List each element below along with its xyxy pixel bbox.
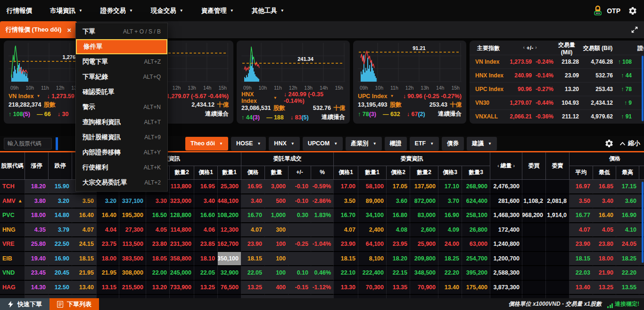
- table-row[interactable]: HNG4.353.794.074.0427,3004.05114,8004.06…: [0, 223, 644, 238]
- top-menu-item-other-tools[interactable]: 其他工具▼: [252, 7, 284, 15]
- menu-item-2[interactable]: 條件單: [76, 39, 167, 54]
- table-cell: 3.50: [570, 194, 593, 209]
- index-name[interactable]: VN Index▼: [8, 93, 40, 100]
- index-change: ↓ 1,273.59: [47, 93, 74, 100]
- table-cell: 108,200: [218, 209, 241, 223]
- board-settings-gear-icon[interactable]: [604, 139, 614, 148]
- table-cell: 113,500: [119, 237, 146, 252]
- menu-item-6[interactable]: 警示ALT+N: [76, 100, 167, 115]
- table-cell: 83,000: [410, 209, 438, 223]
- index-name[interactable]: UPC Index▼: [358, 93, 394, 100]
- col-header-total-sell: 委賣: [546, 152, 570, 180]
- collapse-label: 縮小: [628, 139, 640, 148]
- table-cell: 114,800: [170, 223, 194, 238]
- menu-item-3[interactable]: 閃電下單ALT+Z: [76, 54, 167, 69]
- indices-cell: -0.14%: [534, 72, 553, 79]
- table-cell: 395,200: [462, 266, 490, 281]
- top-menu-item-securities-trading[interactable]: 證券交易▼: [100, 7, 133, 15]
- settings-gear-icon[interactable]: [628, 6, 637, 16]
- advancers-ceiling: (3): [369, 111, 376, 117]
- chevron-down-icon: ▼: [373, 142, 377, 146]
- table-cell: [490, 295, 522, 298]
- menu-item-10[interactable]: 行使權利ALT+K: [76, 160, 167, 175]
- market-tab-ETF[interactable]: ETF▼: [410, 137, 439, 151]
- table-cell: 58,100: [358, 180, 387, 194]
- table-cell: 4.04: [97, 223, 119, 238]
- indices-cell: HNX Index: [470, 72, 507, 79]
- indices-row[interactable]: VN Index1,273.59-0.24%218.284,746.28↑ 10…: [470, 55, 644, 68]
- bottom-bar: 快速下單 下單列表 價格單位 x1000VND - 交易量 x1股數 連接穩定!: [0, 298, 644, 310]
- market-tab-UPCOM[interactable]: UPCOM▼: [303, 137, 343, 151]
- indices-cell: 90.96: [507, 86, 534, 92]
- index-sparkline: 241.34: [240, 43, 346, 84]
- menu-item-5[interactable]: 確認委託單: [76, 84, 167, 100]
- table-row[interactable]: VRE25.8022.5024.1523.75113,50023.80231,3…: [0, 237, 644, 252]
- table-cell: 18.00: [593, 252, 616, 267]
- table-cell: 13.40: [570, 281, 593, 295]
- expand-icon[interactable]: [631, 26, 638, 34]
- table-cell: 348,500: [410, 266, 438, 281]
- order-list-button[interactable]: 下單列表: [50, 298, 99, 310]
- menu-item-4[interactable]: 下單紀錄ALT+Q: [76, 69, 167, 84]
- table-cell: 18.00: [97, 252, 119, 267]
- table-cell: 25,300: [218, 180, 241, 194]
- col-header-total-buy: 委買: [522, 152, 546, 180]
- top-nav: 行情報價市場資訊▼證券交易▼現金交易▼資產管理▼其他工具▼: [7, 7, 284, 15]
- table-cell: 89,000: [358, 194, 387, 209]
- table-cell: 4.07: [241, 223, 265, 238]
- table-row[interactable]: PVC18.0014.8016.4016.40195,30016.50128,8…: [0, 209, 644, 223]
- menu-item-8[interactable]: 預計股權資訊ALT+9: [76, 130, 167, 145]
- table-row[interactable]: EIB19.4016.9018.1518.00383,50018.05358,8…: [0, 252, 644, 267]
- close-icon[interactable]: ×: [67, 26, 71, 34]
- table-cell: 22.10: [334, 266, 358, 281]
- market-tab-HOSE[interactable]: HOSE▼: [231, 137, 266, 151]
- top-menu-item-cash-trading[interactable]: 現金交易▼: [151, 7, 183, 15]
- quick-order-button[interactable]: 快速下單: [0, 298, 50, 310]
- group-header-matched: 委託單成交: [241, 152, 334, 166]
- indices-row[interactable]: VNXALL2,066.21-0.36%211.124,979.62↑ 91: [470, 109, 644, 123]
- table-cell: -0.15: [289, 281, 311, 295]
- top-menu-item-market-quotes[interactable]: 行情報價: [7, 7, 32, 15]
- indices-row[interactable]: HNX Index240.99-0.14%23.09532.76↑ 44: [470, 68, 644, 82]
- market-tab-HNX[interactable]: HNX▼: [269, 137, 299, 151]
- indices-row[interactable]: UPC Index90.96-0.27%13.20253.43↑ 78: [470, 82, 644, 96]
- table-scrollbar[interactable]: [642, 182, 644, 263]
- indices-header-cell[interactable]: ‹+/-›: [507, 45, 553, 51]
- menu-item-7[interactable]: 查詢權利資訊ALT+T: [76, 115, 167, 130]
- market-tab-權證[interactable]: 權證: [385, 137, 407, 151]
- table-row[interactable]: AMV▲3.803.203.503.20337,1003.30323,0003.…: [0, 194, 644, 209]
- table-cell: 172,400: [490, 223, 522, 238]
- col-header-stock-code: 股票代碼: [0, 152, 25, 180]
- col-header-total-volume[interactable]: ‹總量›: [490, 152, 522, 180]
- indices-row[interactable]: VN301,279.07-0.44%104.932,434.12↑ 9: [470, 96, 644, 109]
- advancers-count: ↑ 108(5): [8, 111, 30, 117]
- menu-item-label: 條件單: [83, 42, 103, 51]
- trade-value-unit: 十億: [333, 105, 345, 111]
- stock-code-input[interactable]: [4, 138, 52, 150]
- time-tick: 15h: [451, 85, 460, 91]
- table-cell: [522, 295, 546, 298]
- table-cell: 358,800: [170, 252, 194, 267]
- collapse-button[interactable]: 縮小: [619, 139, 640, 148]
- table-row[interactable]: HAG14.3012.5013.4013.15215,50013.20733,9…: [0, 281, 644, 295]
- table-row[interactable]: [0, 295, 644, 298]
- otp-button[interactable]: OTP: [592, 5, 620, 17]
- menu-item-1[interactable]: 下單ALT + O / S / B: [76, 24, 167, 39]
- market-tab-債券[interactable]: 債券: [442, 137, 464, 151]
- top-menu-item-market-info[interactable]: 市場資訊▼: [50, 7, 83, 15]
- table-row[interactable]: VND23.4520.4521.9521.95308,00022.00245,0…: [0, 266, 644, 281]
- market-tab-Theo dõi[interactable]: Theo dõi▼: [185, 137, 228, 151]
- market-tab-產業別[interactable]: 產業別▼: [346, 137, 381, 151]
- menu-item-shortcut: ALT+N: [143, 104, 161, 110]
- table-cell: [334, 295, 358, 298]
- tab-market-watch[interactable]: 行情報價 (Theo dõi) ×: [0, 21, 77, 38]
- table-cell: 1,108,2: [522, 194, 546, 209]
- market-tab-建議[interactable]: 建議▼: [467, 137, 497, 151]
- indices-scrollbar[interactable]: [642, 56, 644, 121]
- index-name[interactable]: HNX Index▼: [241, 91, 277, 104]
- menu-item-11[interactable]: 大宗交易委託單ALT+2: [76, 175, 167, 190]
- menu-item-9[interactable]: 內部證券移轉ALT+Y: [76, 145, 167, 160]
- table-cell: 16.95: [194, 180, 218, 194]
- top-menu-item-asset-management[interactable]: 資產管理▼: [201, 7, 234, 15]
- table-cell: 22.50: [49, 237, 72, 252]
